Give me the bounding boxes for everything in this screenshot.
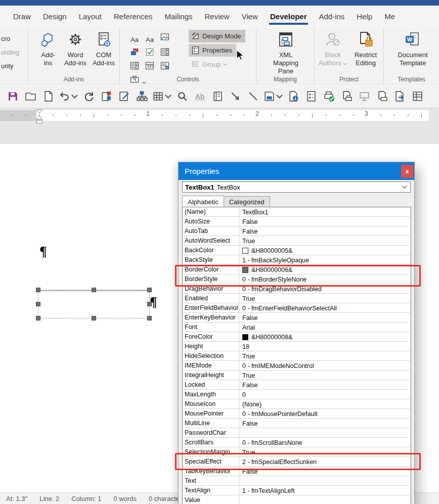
property-name[interactable]: EnterFieldBehavior [183, 303, 239, 312]
property-row-value[interactable]: Value [183, 495, 411, 504]
close-button[interactable]: x [401, 165, 413, 178]
restrict-editing-button[interactable]: Restrict Editing [350, 30, 381, 67]
property-value[interactable]: &H80000008& [239, 332, 411, 341]
property-value[interactable]: False [239, 226, 411, 236]
property-value[interactable]: 0 - fmIMEModeNoControl [239, 361, 411, 370]
org-chart-button[interactable] [134, 89, 149, 104]
property-name[interactable]: Value [183, 495, 239, 504]
resize-handle-se[interactable] [147, 316, 152, 320]
property-row-imemode[interactable]: IMEMode0 - fmIMEModeNoControl [183, 361, 411, 371]
resize-handle-sw[interactable] [36, 316, 40, 320]
property-name[interactable]: BackStyle [183, 255, 239, 264]
edit-document-button[interactable] [116, 89, 131, 104]
textbox-control[interactable] [38, 290, 150, 318]
property-value[interactable]: 0 - fmScrollBarsNone [239, 438, 411, 447]
property-value[interactable]: 0 - fmMousePointerDefault [239, 409, 411, 418]
xml-mapping-pane-button[interactable]: XML Mapping Pane [268, 30, 304, 75]
property-row-backstyle[interactable]: BackStyle1 - fmBackStyleOpaque [183, 255, 411, 265]
property-value[interactable]: True [239, 371, 411, 380]
notebook-button[interactable] [210, 89, 225, 104]
tab-help[interactable]: Help [350, 7, 378, 27]
property-value[interactable]: True [239, 236, 411, 245]
property-name[interactable]: Locked [183, 380, 239, 389]
property-name[interactable]: AutoWordSelect [183, 236, 239, 245]
picture-icon[interactable] [159, 31, 171, 42]
property-name[interactable]: HideSelection [183, 351, 239, 360]
property-name[interactable]: ForeColor [183, 332, 239, 341]
property-value[interactable]: (None) [239, 399, 411, 408]
property-name[interactable]: ScrollBars [183, 438, 239, 447]
save-as-button[interactable] [263, 89, 283, 104]
status-item[interactable]: Column: 1 [71, 495, 101, 502]
resize-handle-s[interactable] [92, 316, 96, 320]
plain-text-icon[interactable]: Aa [144, 34, 156, 45]
status-item[interactable]: Line: 2 [39, 495, 59, 502]
property-name[interactable]: EnterKeyBehavior [183, 313, 239, 322]
property-value[interactable]: True [239, 351, 411, 360]
property-row-text[interactable]: Text [183, 476, 411, 486]
property-name[interactable]: AutoTab [183, 226, 239, 236]
property-name[interactable]: TextAlign [183, 486, 239, 495]
word-add-ins-button[interactable]: Word Add-ins [60, 30, 91, 67]
resize-handle-ne[interactable] [147, 288, 152, 292]
tab-developer[interactable]: Developer [264, 7, 313, 27]
property-row-enterfieldbehavior[interactable]: EnterFieldBehavior0 - fmEnterFieldBehavi… [183, 303, 411, 313]
properties-window-titlebar[interactable]: Properties x [179, 162, 414, 180]
property-row-enterkeybehavior[interactable]: EnterKeyBehaviorFalse [183, 313, 411, 323]
property-row-maxlength[interactable]: MaxLength0 [183, 390, 411, 399]
property-row-passwordchar[interactable]: PasswordChar [183, 428, 411, 438]
property-name[interactable]: Text [183, 476, 239, 485]
property-row-autotab[interactable]: AutoTabFalse [183, 226, 411, 236]
datasheet-button[interactable] [410, 89, 425, 104]
property-value[interactable]: False [239, 380, 411, 389]
property-value[interactable]: TextBox1 [239, 207, 411, 216]
tab-design[interactable]: Design [37, 7, 73, 27]
document-template-button[interactable]: W Document Template [395, 30, 430, 67]
property-value[interactable]: True [239, 294, 411, 303]
property-row-enabled[interactable]: EnabledTrue [183, 294, 411, 303]
macro-security-label[interactable]: urity [1, 62, 14, 70]
property-name[interactable]: MousePointer [183, 409, 239, 418]
tab-references[interactable]: References [108, 7, 159, 27]
line-button[interactable] [245, 89, 260, 104]
property-row-font[interactable]: FontArial [183, 323, 411, 332]
property-row-height[interactable]: Height18 [183, 342, 411, 351]
property-value[interactable]: Arial [239, 323, 411, 332]
property-name[interactable]: AutoSize [183, 217, 239, 226]
property-name[interactable]: BackColor [183, 246, 239, 255]
resize-handle-n[interactable] [92, 288, 96, 292]
dropdown-list-icon[interactable] [128, 60, 141, 71]
properties-button[interactable]: Properties [189, 44, 236, 57]
property-row-autowordselect[interactable]: AutoWordSelectTrue [183, 236, 411, 246]
ruler-track[interactable] [36, 110, 429, 121]
status-item[interactable]: 0 words [114, 495, 137, 502]
table-button[interactable] [152, 89, 172, 104]
resize-handle-nw[interactable] [36, 288, 40, 292]
object-selector-dropdown[interactable]: TextBox1 TextBox [182, 181, 411, 193]
search-button[interactable] [174, 89, 190, 104]
undo-button[interactable] [58, 89, 78, 104]
property-row-autosize[interactable]: AutoSizeFalse [183, 217, 411, 226]
export-button[interactable] [392, 89, 407, 104]
property-name[interactable]: MaxLength [183, 390, 239, 399]
property-value[interactable]: 1 - fmTextAlignLeft [239, 486, 411, 495]
redo-button[interactable] [81, 89, 96, 104]
tab-draw[interactable]: Draw [7, 7, 37, 27]
tab-layout[interactable]: Layout [73, 7, 108, 27]
tab-mailings[interactable]: Mailings [158, 7, 198, 27]
new-document-button[interactable] [40, 89, 56, 104]
tab-review[interactable]: Review [199, 7, 236, 27]
design-mode-button[interactable]: Design Mode [189, 30, 245, 42]
property-value[interactable]: 0 - fmEnterFieldBehaviorSelectAll [239, 303, 411, 312]
insert-object-button[interactable] [99, 89, 114, 104]
property-name[interactable]: MouseIcon [183, 399, 239, 408]
property-row-mouseicon[interactable]: MouseIcon(None) [183, 399, 411, 409]
property-value[interactable]: False [239, 313, 411, 322]
property-name[interactable]: Enabled [183, 294, 239, 303]
print-doc-button[interactable] [339, 89, 354, 104]
property-value[interactable]: False [239, 217, 411, 226]
tab-me[interactable]: Me [378, 7, 401, 27]
document-info-button[interactable] [286, 89, 301, 104]
property-value[interactable]: 0 [239, 390, 411, 399]
combo-box-icon[interactable] [159, 47, 171, 58]
